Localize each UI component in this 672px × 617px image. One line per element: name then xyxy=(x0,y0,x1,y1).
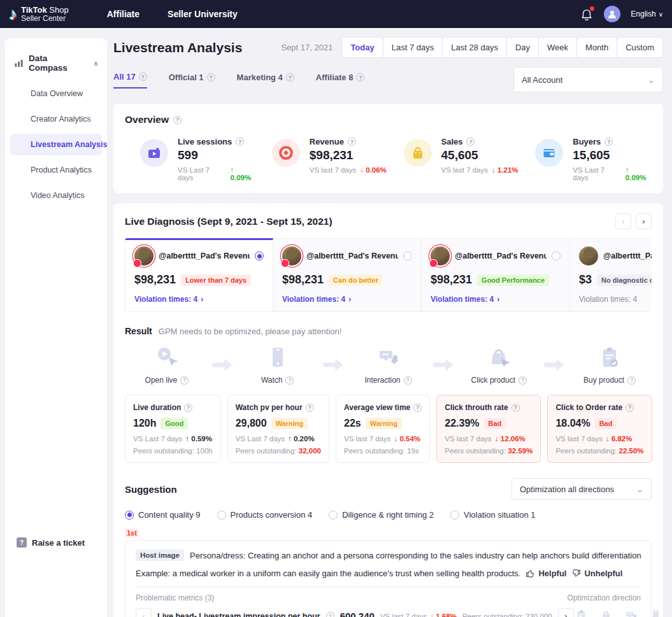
brand-logo[interactable]: ♪ TikTok Shop Seller Center xyxy=(9,6,69,22)
help-icon[interactable] xyxy=(173,116,182,124)
metric-next-button[interactable]: › xyxy=(558,608,574,617)
violation-times-link[interactable]: Violation times: 4› xyxy=(431,295,561,304)
raise-ticket-button[interactable]: ? Raise a ticket xyxy=(17,537,85,548)
tiktok-note-icon: ♪ xyxy=(9,6,17,22)
status-badge: Can do better xyxy=(329,274,383,286)
sidebar-item-product-analytics[interactable]: Product Analytics xyxy=(10,159,102,181)
range-week-button[interactable]: Week xyxy=(538,37,577,58)
diagnosis-card-4[interactable]: @albertttt_Pad's Revenue $3 No diagnosti… xyxy=(570,238,652,312)
prev-page-button[interactable]: ‹ xyxy=(615,213,631,229)
help-icon[interactable] xyxy=(306,404,314,412)
nav-link-seller-university[interactable]: Seller University xyxy=(168,9,238,19)
card-radio[interactable] xyxy=(403,252,412,260)
radio-selected xyxy=(125,511,134,520)
helpful-button[interactable]: Helpful xyxy=(525,569,566,578)
peers-outstanding: Peers outstanding: 230,000 xyxy=(462,613,552,617)
range-day-button[interactable]: Day xyxy=(506,37,539,58)
diagnosis-card-2[interactable]: @albertttt_Pad's Revenue $98,231 Can do … xyxy=(273,238,422,312)
trend-up-icon: ↑ xyxy=(626,166,629,174)
help-icon[interactable] xyxy=(466,138,475,146)
current-date: Sept 17, 2021 xyxy=(281,43,332,52)
chevron-down-icon: ⌄ xyxy=(648,75,655,85)
unhelpful-button[interactable]: Unhelpful xyxy=(571,569,622,578)
notification-bell-icon[interactable] xyxy=(580,7,594,21)
help-icon[interactable] xyxy=(184,404,192,412)
card-radio-selected[interactable] xyxy=(255,252,264,260)
account-filter-select[interactable]: All Account ⌄ xyxy=(513,67,663,92)
help-icon[interactable] xyxy=(285,376,294,385)
help-icon[interactable] xyxy=(604,138,613,146)
sidebar-section-data-compass[interactable]: Data Compass ∧ xyxy=(5,38,107,79)
trend-up-icon: ↑ xyxy=(185,435,189,443)
revenue-value: $98,231 xyxy=(310,148,387,162)
sidebar-item-data-overview[interactable]: Data Overview xyxy=(10,83,102,104)
trend-up-icon: ↑ xyxy=(288,435,292,443)
creator-avatar xyxy=(431,246,450,266)
chevron-down-icon: ⌄ xyxy=(636,485,643,494)
sidebar-item-livestream-analysis[interactable]: Livestream Analysis xyxy=(10,134,102,155)
help-icon[interactable] xyxy=(180,376,189,385)
overview-title: Overview xyxy=(125,114,169,125)
sidebar-item-creator-analytics[interactable]: Creator Analytics xyxy=(10,108,102,130)
help-icon[interactable] xyxy=(356,73,364,82)
optimization-filter-select[interactable]: Optimization all directions ⌄ xyxy=(511,478,652,500)
watch-phone-icon xyxy=(265,345,290,371)
live-sessions-value: 599 xyxy=(178,148,257,162)
help-icon[interactable] xyxy=(518,376,527,385)
range-month-button[interactable]: Month xyxy=(576,37,617,58)
category-content-quality[interactable]: Content quality 9 xyxy=(125,510,201,520)
range-last-28-days-button[interactable]: Last 28 days xyxy=(442,37,507,58)
chevron-up-icon[interactable]: ∧ xyxy=(94,60,98,67)
range-last-7-days-button[interactable]: Last 7 days xyxy=(383,37,443,58)
tab-all[interactable]: All 17 xyxy=(113,72,147,89)
chevron-down-icon: ∨ xyxy=(659,11,663,18)
user-avatar[interactable] xyxy=(604,6,620,22)
sidebar-item-video-analytics[interactable]: Video Analytics xyxy=(10,185,102,206)
radio xyxy=(450,511,459,520)
metric-prev-button[interactable]: ‹ xyxy=(136,608,152,617)
nav-link-affiliate[interactable]: Affiliate xyxy=(107,9,139,19)
violation-times-link[interactable]: Violation times: 4› xyxy=(134,295,264,304)
help-icon[interactable] xyxy=(286,73,294,82)
next-page-button[interactable]: › xyxy=(636,213,652,229)
wallet-icon xyxy=(535,139,563,167)
status-badge: Bad xyxy=(595,418,617,429)
diagnosis-card-1[interactable]: @albertttt_Pad's Revenue $98,231 Lower t… xyxy=(125,238,273,312)
help-icon[interactable] xyxy=(236,138,244,146)
interaction-chat-icon xyxy=(375,345,401,371)
help-icon[interactable] xyxy=(139,73,147,81)
help-icon[interactable] xyxy=(326,612,334,617)
help-icon[interactable] xyxy=(627,376,636,385)
range-today-button[interactable]: Today xyxy=(341,37,383,58)
optimization-direction-label: Optimization direction xyxy=(568,593,641,602)
tab-affiliate[interactable]: Affiliate 8 xyxy=(316,72,365,89)
trend-down-icon: ↓ xyxy=(360,166,364,174)
category-violation-situation[interactable]: Violation situation 1 xyxy=(450,510,536,520)
click-product-icon xyxy=(486,345,511,371)
metric-card-watch-pv: Watch pv per hour 29,800Warning VS Last … xyxy=(227,395,329,463)
thumb-up-icon xyxy=(525,569,535,578)
suggestion-card-1: Host image Persona/dress: Creating an an… xyxy=(125,540,652,617)
help-icon[interactable] xyxy=(413,404,422,412)
tab-official[interactable]: Official 1 xyxy=(169,72,215,89)
language-selector[interactable]: English ∨ xyxy=(631,10,663,18)
category-diligence-timing[interactable]: Diligence & right timing 2 xyxy=(329,510,434,520)
diagnosis-title: Live Diagnosis (Sept 9, 2021 - Sept 15, … xyxy=(125,216,332,227)
problem-metric-name: Live head- Livestream impression per hou… xyxy=(157,612,320,617)
date-range-segmented-control: Today Last 7 days Last 28 days Day Week … xyxy=(341,37,663,58)
range-custom-button[interactable]: Custom xyxy=(617,37,663,58)
help-icon[interactable] xyxy=(207,73,215,82)
help-icon[interactable] xyxy=(348,138,356,146)
tab-marketing[interactable]: Marketing 4 xyxy=(237,72,294,89)
help-icon[interactable] xyxy=(404,376,412,385)
violation-times-link[interactable]: Violation times: 4› xyxy=(282,295,412,304)
suggestion-text: Persona/dress: Creating an anchor and a … xyxy=(190,551,641,560)
help-icon[interactable] xyxy=(626,404,634,412)
card-radio[interactable] xyxy=(552,252,561,260)
help-icon[interactable] xyxy=(511,404,520,412)
category-products-conversion[interactable]: Products conversion 4 xyxy=(217,510,313,520)
diagnosis-card-3[interactable]: @albertttt_Pad's Revenue $98,231 Good Pe… xyxy=(422,238,570,312)
metric-card-click-to-order-rate: Click to Order rate 18.04%Bad VS last 7 … xyxy=(547,395,652,463)
chevron-right-icon: › xyxy=(348,295,351,304)
status-badge: No diagnostic content xyxy=(597,274,652,286)
